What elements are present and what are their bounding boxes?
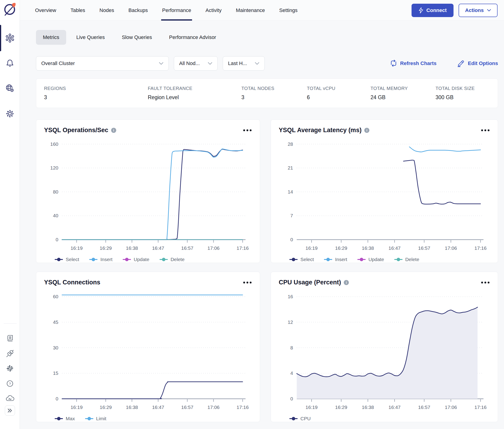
svg-text:8: 8 [290, 345, 293, 350]
tab-settings[interactable]: Settings [279, 0, 298, 20]
svg-text:16:47: 16:47 [152, 245, 164, 251]
legend-marker-icon [55, 417, 63, 421]
svg-text:16:57: 16:57 [418, 245, 430, 251]
chevron-down-icon [487, 9, 491, 12]
tab-nodes[interactable]: Nodes [99, 0, 114, 20]
sidebar-item-alerts[interactable] [0, 55, 20, 71]
legend-item[interactable]: Select [289, 257, 314, 262]
legend-item[interactable]: Update [357, 257, 384, 262]
sidebar-item-slack[interactable] [0, 360, 20, 376]
expand-icon [7, 409, 12, 413]
sidebar-expand-button[interactable] [5, 405, 15, 416]
tab-activity[interactable]: Activity [205, 0, 221, 20]
kebab-menu-icon[interactable] [243, 128, 252, 133]
legend-marker-icon [324, 257, 332, 261]
info-icon[interactable]: i [364, 128, 369, 133]
sidebar-item-network[interactable] [0, 80, 20, 96]
stat-label-total-disk: TOTAL DISK SIZE [435, 86, 498, 91]
legend-marker-icon [123, 257, 131, 261]
svg-text:16:57: 16:57 [181, 245, 194, 251]
subtab-slow-queries[interactable]: Slow Queries [115, 30, 159, 45]
svg-text:16:19: 16:19 [71, 245, 83, 251]
svg-text:0: 0 [56, 396, 58, 401]
svg-text:45: 45 [53, 320, 58, 325]
connect-button[interactable]: Connect [412, 4, 453, 17]
kebab-menu-icon[interactable] [243, 280, 252, 285]
legend-item[interactable]: CPU [289, 416, 310, 421]
actions-button[interactable]: Actions [459, 4, 497, 17]
legend-item[interactable]: Update [123, 257, 150, 262]
stat-value-regions: 3 [44, 94, 148, 100]
chevron-down-icon [159, 62, 163, 65]
sidebar-item-cluster[interactable] [0, 30, 20, 46]
help-icon: ? [6, 380, 14, 387]
legend-marker-icon [289, 417, 298, 421]
plug-icon [6, 349, 14, 358]
sidebar-item-help[interactable]: ? [0, 375, 20, 392]
chart-title: YSQL Average Latency (ms) [279, 127, 362, 134]
info-icon[interactable]: i [344, 280, 349, 285]
yugabyte-logo[interactable] [3, 2, 16, 17]
legend-item[interactable]: Delete [159, 257, 185, 262]
tab-performance[interactable]: Performance [162, 0, 191, 20]
chart-legend: SelectInsertUpdateDelete [55, 257, 252, 262]
subtab-live-queries[interactable]: Live Queries [69, 30, 112, 45]
chart-card-cpu-usage: CPU Usage (Percent) i 048121616:1916:291… [271, 272, 498, 422]
sidebar-item-integrations[interactable] [0, 346, 20, 362]
svg-text:80: 80 [53, 189, 58, 194]
subtab-metrics[interactable]: Metrics [36, 30, 66, 45]
chart-title: YSQL Operations/Sec [44, 127, 108, 134]
info-icon[interactable]: i [111, 128, 116, 133]
legend-marker-icon [394, 257, 403, 261]
chart-plot: 0408012016016:1916:2916:3816:4716:5717:0… [44, 136, 252, 254]
svg-text:17:06: 17:06 [207, 245, 220, 251]
svg-text:15: 15 [53, 370, 58, 376]
tab-tables[interactable]: Tables [71, 0, 85, 20]
stat-label-fault-tolerance: FAULT TOLERANCE [148, 86, 241, 91]
subtab-performance-advisor[interactable]: Performance Advisor [162, 30, 223, 45]
kebab-menu-icon[interactable] [481, 128, 490, 133]
sidebar-item-settings[interactable] [0, 106, 20, 122]
legend-label: Select [301, 257, 314, 262]
svg-text:16:19: 16:19 [306, 245, 318, 251]
svg-text:30: 30 [53, 345, 58, 350]
legend-marker-icon [85, 417, 93, 421]
chart-title: CPU Usage (Percent) [279, 279, 341, 286]
kebab-menu-icon[interactable] [481, 280, 490, 285]
svg-text:16:38: 16:38 [126, 245, 138, 251]
gear-icon [5, 109, 15, 118]
legend-item[interactable]: Insert [89, 257, 113, 262]
legend-label: Delete [405, 257, 419, 262]
legend-item[interactable]: Max [55, 416, 75, 421]
refresh-charts-link[interactable]: Refresh Charts [390, 60, 437, 67]
refresh-charts-label: Refresh Charts [400, 60, 437, 66]
chart-card-ysql-operations: YSQL Operations/Sec i 0408012016016:1916… [36, 119, 260, 263]
tab-backups[interactable]: Backups [128, 0, 148, 20]
tab-maintenance[interactable]: Maintenance [236, 0, 265, 20]
svg-text:14: 14 [288, 189, 293, 194]
edit-options-link[interactable]: Edit Options [457, 60, 498, 67]
sidebar-item-status[interactable] [0, 390, 20, 406]
slack-icon [6, 364, 14, 372]
svg-text:16:38: 16:38 [126, 404, 138, 410]
tab-overview[interactable]: Overview [35, 0, 56, 20]
legend-item[interactable]: Select [55, 257, 79, 262]
legend-item[interactable]: Insert [324, 257, 347, 262]
time-range-select[interactable]: Last H... [223, 56, 265, 71]
sidebar-item-docs[interactable] [0, 330, 20, 346]
pencil-icon [457, 60, 465, 67]
legend-label: Limit [96, 416, 106, 421]
svg-text:60: 60 [53, 294, 58, 299]
lightning-icon [418, 7, 424, 13]
nav-tabs: Overview Tables Nodes Backups Performanc… [35, 0, 297, 20]
legend-item[interactable]: Delete [394, 257, 419, 262]
svg-text:40: 40 [53, 213, 58, 218]
stat-value-total-nodes: 3 [241, 94, 307, 100]
cluster-select[interactable]: Overall Cluster [36, 56, 169, 71]
svg-text:16:38: 16:38 [362, 404, 374, 410]
edit-options-label: Edit Options [468, 60, 498, 66]
chart-card-ysql-connections: YSQL Connections i 01530456016:1916:2916… [36, 272, 260, 422]
nodes-select[interactable]: All Nod... [174, 56, 218, 71]
svg-text:17:06: 17:06 [445, 245, 457, 251]
legend-item[interactable]: Limit [85, 416, 106, 421]
